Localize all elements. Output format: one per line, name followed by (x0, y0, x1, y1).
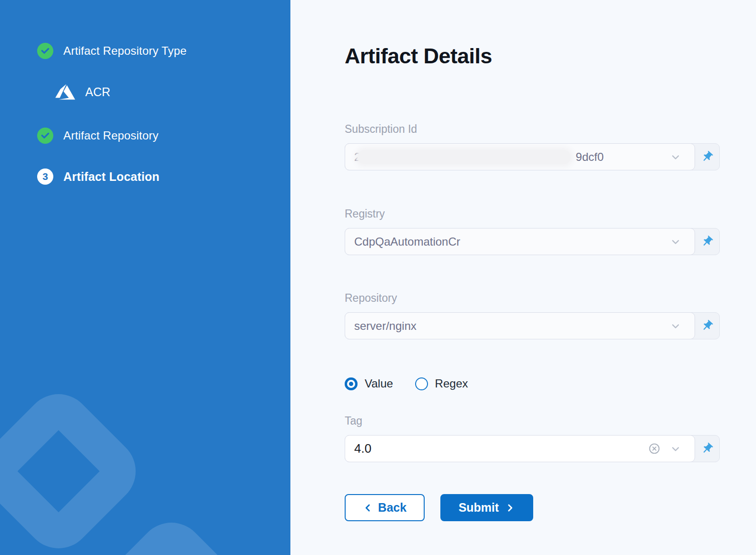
artifact-details-panel: Artifact Details Subscription Id 29dcf0 … (290, 0, 756, 555)
back-button[interactable]: Back (345, 494, 425, 521)
brand-watermark (0, 380, 149, 555)
repository-pin-button[interactable] (695, 313, 719, 339)
radio-regex-label: Regex (435, 377, 468, 390)
repository-dropdown-toggle[interactable] (665, 320, 686, 332)
registry-select[interactable]: CdpQaAutomationCr (345, 228, 695, 255)
chevron-down-icon (670, 236, 681, 248)
clear-circle-x-icon (648, 443, 660, 455)
page-title: Artifact Details (345, 44, 720, 69)
repository-select[interactable]: server/nginx (345, 312, 695, 339)
step-label: Artifact Location (63, 170, 159, 184)
repository-label: Repository (345, 292, 720, 305)
registry-value: CdpQaAutomationCr (354, 235, 460, 248)
wizard-actions: Back Submit (345, 494, 720, 521)
chevron-down-icon (670, 320, 681, 332)
repository-field: server/nginx (345, 312, 720, 339)
subscription-id-label: Subscription Id (345, 123, 720, 136)
registry-pin-button[interactable] (695, 228, 719, 255)
subscription-pin-button[interactable] (695, 144, 719, 170)
chevron-right-icon (505, 503, 515, 513)
subscription-id-field: 29dcf0 (345, 143, 720, 170)
subscription-id-value-suffix: 9dcf0 (576, 150, 604, 164)
redacted-blur (358, 150, 571, 164)
registry-dropdown-toggle[interactable] (665, 236, 686, 248)
check-icon (40, 46, 50, 56)
step-artifact-location[interactable]: 3 Artifact Location (37, 168, 290, 185)
step-artifact-repository[interactable]: Artifact Repository (37, 128, 290, 144)
azure-logo-icon (53, 80, 78, 104)
radio-value-label: Value (365, 377, 393, 390)
back-button-label: Back (378, 501, 407, 515)
submit-button-label: Submit (458, 501, 499, 515)
tag-label: Tag (345, 415, 720, 427)
tag-clear-button[interactable] (643, 443, 665, 455)
step-complete-badge (37, 128, 53, 144)
radio-unselected-icon[interactable] (415, 377, 428, 390)
match-mode-radio-group: Value Regex (345, 377, 720, 390)
chevron-down-icon (670, 151, 681, 163)
brand-watermark (80, 509, 262, 555)
pushpin-icon (698, 317, 716, 335)
radio-selected-icon[interactable] (345, 377, 358, 390)
pushpin-icon (698, 439, 716, 457)
submit-button[interactable]: Submit (440, 494, 533, 521)
step-selected-type-acr[interactable]: ACR (53, 80, 290, 104)
step-label: Artifact Repository Type (63, 44, 187, 58)
subscription-id-select[interactable]: 29dcf0 (345, 143, 695, 170)
artifact-wizard: Artifact Repository Type ACR Artifact Re… (0, 0, 756, 555)
step-label: Artifact Repository (63, 129, 159, 142)
tag-field (345, 435, 720, 462)
step-list: Artifact Repository Type ACR Artifact Re… (0, 0, 290, 185)
check-icon (40, 131, 50, 140)
chevron-left-icon (363, 503, 373, 513)
tag-input[interactable] (354, 441, 643, 456)
step-complete-badge (37, 43, 53, 59)
subscription-dropdown-toggle[interactable] (665, 151, 686, 163)
registry-label: Registry (345, 208, 720, 220)
tag-combobox (345, 435, 695, 462)
step-sub-label: ACR (85, 85, 110, 99)
tag-dropdown-toggle[interactable] (665, 443, 686, 455)
wizard-steps-sidebar: Artifact Repository Type ACR Artifact Re… (0, 0, 290, 555)
radio-regex[interactable]: Regex (415, 377, 468, 390)
tag-pin-button[interactable] (695, 436, 719, 462)
radio-value[interactable]: Value (345, 377, 393, 390)
step-artifact-repository-type[interactable]: Artifact Repository Type (37, 43, 290, 59)
chevron-down-icon (670, 443, 681, 455)
step-number-badge: 3 (37, 168, 53, 185)
pushpin-icon (698, 148, 716, 166)
registry-field: CdpQaAutomationCr (345, 228, 720, 255)
repository-value: server/nginx (354, 319, 417, 333)
pushpin-icon (698, 232, 716, 250)
